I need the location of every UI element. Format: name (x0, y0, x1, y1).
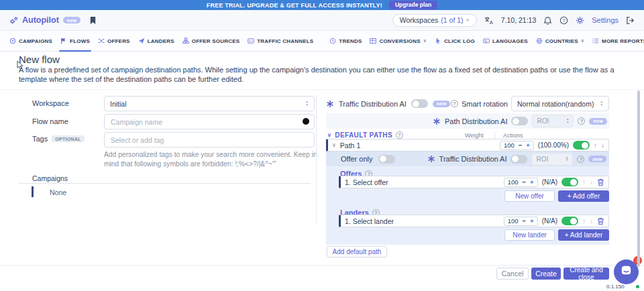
list-icon (592, 38, 599, 44)
language-card-icon (483, 38, 490, 44)
tab-click-log[interactable]: CLICK LOG (435, 31, 475, 52)
question-icon[interactable]: ? (451, 100, 458, 107)
path-distribution-ai-row: Path Distribution AI ROI ? new (326, 113, 609, 129)
help-icon[interactable]: ? (559, 16, 568, 25)
path-enabled-toggle[interactable] (573, 141, 590, 150)
select-stepper-icon (566, 156, 568, 162)
logout-icon[interactable] (626, 16, 635, 25)
tab-label: TRAFFIC CHANNELS (257, 38, 313, 44)
path-ai-toggle[interactable] (511, 117, 528, 125)
offer-row[interactable]: 1. Select offer 100 − + (N/A) ↑ ↓ (339, 176, 609, 188)
offer-only-toggle[interactable] (378, 155, 395, 164)
chat-icon (620, 264, 633, 280)
offer-enabled-toggle[interactable] (561, 178, 578, 186)
mouse-cursor-icon (17, 60, 24, 73)
increase-weight-button[interactable]: + (530, 178, 534, 186)
smart-rotation-select[interactable]: Normal rotation(random) (511, 96, 609, 111)
workspaces-count: (1 of 1) (441, 16, 463, 24)
path-weight-value[interactable]: 100 (504, 141, 515, 149)
datetime: 7.10, 21:13 (501, 16, 537, 24)
lander-row[interactable]: 1. Select lander 100 − + (N/A) ↑ ↓ (339, 215, 609, 227)
offer-weight-value[interactable]: 100 (508, 178, 519, 186)
tab-countries[interactable]: COUNTRIES ∨ (536, 31, 584, 52)
tab-languages[interactable]: LANGUAGES (483, 31, 528, 52)
app-title[interactable]: Autopilot (22, 15, 59, 25)
tab-label: OFFER SOURCES (192, 38, 240, 44)
create-button[interactable]: Create (531, 268, 561, 280)
workspaces-selector[interactable]: Workspaces (1 of 1) ∨ (392, 14, 477, 27)
gear-icon[interactable] (576, 16, 584, 25)
add-lander-button[interactable]: + Add lander (558, 229, 609, 241)
flow-color-picker[interactable] (303, 118, 309, 125)
vertical-scrollbar[interactable] (637, 91, 640, 267)
tab-traffic-channels[interactable]: TRAFFIC CHANNELS (248, 31, 313, 52)
decrease-weight-button[interactable]: − (523, 178, 527, 186)
decrease-weight-button[interactable]: − (519, 141, 523, 149)
workspaces-label: Workspaces (400, 16, 439, 24)
traffic-ai-label: Traffic Distribution AI (339, 100, 407, 108)
path-weight-percent: (100.00%) (538, 141, 569, 149)
default-paths-header[interactable]: ∨ DEFAULT PATHS ? (327, 131, 403, 139)
new-offer-button[interactable]: New offer (504, 190, 555, 202)
add-default-path-button[interactable]: Add default path (327, 246, 387, 257)
move-up-icon[interactable]: ↑ (582, 218, 586, 225)
move-down-icon[interactable]: ↓ (590, 179, 593, 186)
lander-row-label[interactable]: 1. Select lander (345, 217, 394, 225)
tab-flows[interactable]: FLOWS (60, 31, 90, 52)
upgrade-plan-button[interactable]: Upgrade plan (389, 1, 437, 9)
lander-weight-control: 100 − + (504, 217, 538, 226)
tab-offer-sources[interactable]: OFFER SOURCES (182, 31, 240, 52)
new-lander-button[interactable]: New lander (504, 229, 555, 241)
ai-sparkle-icon (427, 155, 435, 163)
decrease-weight-button[interactable]: − (523, 217, 527, 225)
path-traffic-ai-metric-select[interactable]: ROI (531, 153, 573, 166)
divider (19, 183, 311, 184)
settings-link[interactable]: Settings (592, 16, 619, 24)
tab-trends[interactable]: TRENDS (329, 31, 362, 52)
path-name: Path 1 (340, 141, 360, 150)
question-icon[interactable]: ? (396, 131, 403, 139)
lander-share: (N/A) (542, 217, 557, 225)
traffic-ai-toggle[interactable] (411, 99, 428, 108)
tab-offers[interactable]: OFFERS (98, 31, 130, 52)
app-new-badge: new (63, 17, 81, 23)
workspace-select[interactable]: Initial (104, 96, 315, 111)
tab-landers[interactable]: LANDERS (138, 31, 174, 52)
page-description: A flow is a predefined set of campaign d… (19, 66, 627, 84)
bookmark-icon[interactable] (89, 16, 97, 25)
move-down-icon[interactable]: ↓ (590, 218, 593, 225)
increase-weight-button[interactable]: + (530, 217, 534, 225)
trash-icon[interactable] (597, 178, 604, 186)
path-row[interactable]: ∨ Path 1 100 − + (100.00%) ↑ ↓ (326, 139, 609, 152)
path-traffic-ai-toggle[interactable] (511, 155, 527, 164)
clock-icon (329, 38, 336, 44)
lander-weight-value[interactable]: 100 (508, 217, 519, 225)
move-down-icon[interactable]: ↓ (601, 142, 604, 149)
tab-campaigns[interactable]: CAMPAIGNS (9, 31, 52, 52)
question-icon[interactable]: ? (578, 117, 585, 125)
tags-input[interactable] (104, 132, 315, 148)
traffic-ai-label: Traffic Distribution AI (439, 155, 507, 163)
create-and-close-button[interactable]: Create and close (564, 268, 609, 280)
app-bar-right: Workspaces (1 of 1) ∨ A 7.10, 21:13 ? Se… (392, 14, 635, 27)
question-icon[interactable]: ? (577, 156, 584, 163)
flow-name-input[interactable] (104, 114, 315, 129)
campaigns-none-value: None (50, 188, 66, 196)
tab-label: FLOWS (70, 38, 90, 44)
metric-value: ROI (536, 156, 548, 163)
bell-icon[interactable] (543, 16, 552, 25)
cancel-button[interactable]: Cancel (496, 268, 529, 280)
tab-more-reports[interactable]: MORE REPORTS ∨ (592, 31, 644, 52)
offer-row-label[interactable]: 1. Select offer (345, 178, 388, 186)
move-up-icon[interactable]: ↑ (582, 179, 586, 186)
lander-enabled-toggle[interactable] (561, 217, 578, 225)
move-up-icon[interactable]: ↑ (594, 142, 597, 149)
tab-conversions[interactable]: CONVERSIONS ∨ (370, 31, 427, 52)
trash-icon[interactable] (597, 217, 604, 225)
ai-sparkle-icon (433, 117, 441, 125)
status-dot (636, 285, 639, 288)
path-ai-metric-select[interactable]: ROI (532, 115, 574, 127)
translate-icon[interactable]: A (484, 16, 494, 25)
increase-weight-button[interactable]: + (526, 141, 530, 149)
add-offer-button[interactable]: + Add offer (558, 190, 609, 202)
